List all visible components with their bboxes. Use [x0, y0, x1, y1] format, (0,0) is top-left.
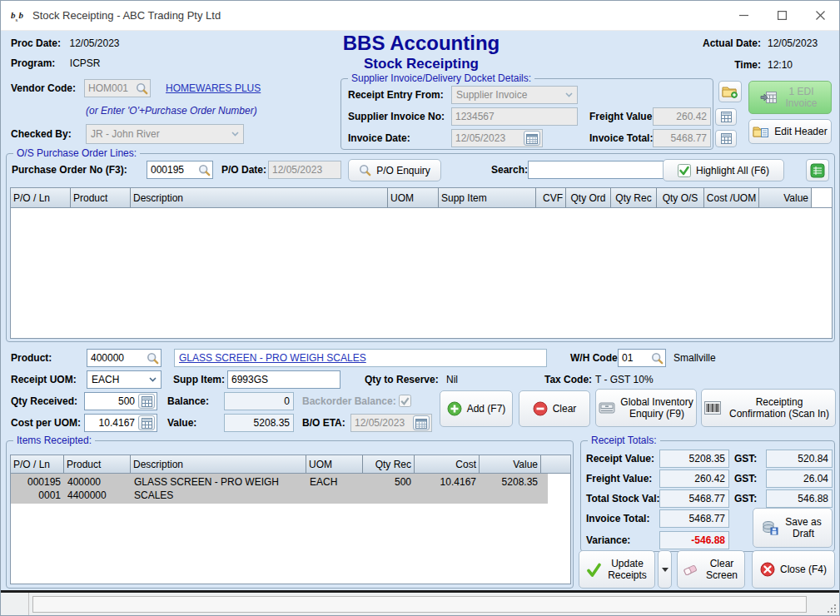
supp-item-input[interactable]: [227, 370, 340, 389]
receipt-entry-from-select[interactable]: Supplier Invoice: [451, 86, 578, 104]
bo-eta-input[interactable]: [351, 415, 413, 431]
cost-per-uom-field[interactable]: [84, 414, 157, 432]
po-lines-table[interactable]: P/O / Ln Product Description UOM Supp It…: [10, 187, 833, 339]
invoice-total-sum-label: Invoice Total:: [586, 509, 649, 528]
proc-date-row: Proc Date: 12/05/2023: [11, 34, 120, 52]
time-value: 12:10: [768, 56, 828, 74]
bo-eta-field[interactable]: [350, 414, 432, 432]
edit-header-button[interactable]: Edit Header: [748, 119, 832, 144]
vendor-code-input[interactable]: [85, 80, 136, 97]
update-receipts-dropdown-button[interactable]: [658, 550, 672, 589]
supplier-invoice-no-label: Supplier Invoice No:: [348, 107, 445, 126]
cost-per-uom-label: Cost per UOM:: [11, 414, 81, 432]
column-header: Cost: [415, 455, 480, 473]
po-enquiry-label: P/O Enquiry: [376, 165, 430, 176]
program-label: Program:: [11, 57, 55, 69]
calendar-icon[interactable]: [524, 131, 540, 146]
checked-by-select[interactable]: JR - John River: [86, 124, 244, 144]
column-header: Supp Item: [439, 188, 536, 207]
checked-by-label: Checked By:: [11, 125, 72, 143]
po-date-input[interactable]: [268, 161, 341, 179]
status-bar: [1, 593, 839, 616]
gst2-label: GST:: [734, 469, 757, 488]
variance-label: Variance:: [586, 531, 630, 549]
main-area: Proc Date: 12/05/2023 Program: ICPSR BBS…: [1, 31, 839, 590]
items-receipted-table[interactable]: P/O / Ln Product Description UOM Qty Rec…: [10, 455, 571, 584]
freight-value-input[interactable]: [653, 107, 711, 126]
qty-received-input[interactable]: [85, 393, 138, 410]
invoice-date-field[interactable]: [451, 129, 543, 147]
column-header: Product: [64, 455, 131, 473]
receipting-confirmation-button[interactable]: Receipting Confirmation (Scan In): [701, 389, 836, 427]
clear-button[interactable]: Clear: [519, 390, 590, 427]
vendor-hint: (or Enter 'O'+Purchase Order Number): [86, 102, 257, 119]
qty-received-field[interactable]: [84, 392, 157, 410]
po-number-input[interactable]: [147, 161, 198, 178]
highlight-all-button[interactable]: Highlight All (F6): [663, 159, 784, 181]
folder-add-icon: [722, 85, 738, 98]
resize-grip[interactable]: [827, 604, 837, 614]
product-code-field[interactable]: [87, 349, 162, 367]
po-lines-table-header: P/O / Ln Product Description UOM Supp It…: [11, 188, 832, 208]
vendor-name-link[interactable]: HOMEWARES PLUS: [166, 79, 261, 97]
product-description-link[interactable]: GLASS SCREEN - PRO WEIGH SCALES: [179, 349, 366, 367]
clear-screen-button[interactable]: Clear Screen: [677, 550, 745, 589]
supplier-invoice-no-input[interactable]: [451, 107, 578, 126]
close-button[interactable]: Close (F4): [752, 550, 835, 589]
backorder-balance-checkbox[interactable]: [399, 395, 411, 407]
column-header-filler: [812, 188, 832, 207]
wh-search-icon[interactable]: [651, 352, 664, 365]
po-search-icon[interactable]: [198, 164, 211, 176]
invoice-date-input[interactable]: [452, 130, 524, 147]
calculator-icon[interactable]: [138, 394, 155, 409]
clear-minus-icon: [533, 401, 548, 416]
wh-code-field[interactable]: [618, 349, 666, 367]
checked-checkbox-icon: [678, 164, 691, 177]
supplier-invoice-group: Supplier Invoice/Delivery Docket Details…: [340, 78, 713, 150]
wh-code-input[interactable]: [619, 350, 651, 366]
po-number-field[interactable]: [147, 161, 213, 179]
invoice-total-label: Invoice Total:: [589, 129, 653, 147]
close-circle-icon: [760, 562, 775, 577]
balance-label: Balance:: [167, 392, 209, 410]
global-inventory-label: Global Inventory Enquiry (F9): [620, 396, 693, 420]
close-window-button[interactable]: [801, 1, 839, 30]
calendar-icon[interactable]: [413, 415, 430, 430]
search-input[interactable]: [528, 161, 683, 179]
column-header: Value: [480, 455, 541, 473]
column-header: Description: [131, 455, 306, 473]
new-docket-button[interactable]: [718, 81, 742, 102]
product-description-box[interactable]: GLASS SCREEN - PRO WEIGH SCALES: [174, 349, 547, 367]
cell-description: GLASS SCREEN - PRO WEIGH SCALES: [131, 474, 306, 504]
product-code-input[interactable]: [87, 350, 147, 366]
export-excel-button[interactable]: [806, 159, 829, 181]
titlebar[interactable]: bsb Stock Receipting - ABC Trading Pty L…: [1, 1, 839, 31]
invoice-total-calculator-button[interactable]: [715, 130, 737, 147]
global-inventory-button[interactable]: Global Inventory Enquiry (F9): [595, 389, 697, 427]
po-enquiry-button[interactable]: P/O Enquiry: [348, 159, 441, 181]
receipt-uom-select[interactable]: EACH: [87, 370, 162, 389]
invoice-total-input[interactable]: [653, 129, 711, 147]
maximize-button[interactable]: [763, 1, 801, 30]
cell-qty-rec: 500: [363, 474, 415, 504]
update-receipts-button[interactable]: Update Receipts: [579, 550, 655, 589]
clear-screen-label: Clear Screen: [703, 558, 740, 581]
search-label: Search:: [491, 161, 528, 179]
edi-invoice-button[interactable]: 1 EDI Invoice: [748, 81, 832, 114]
add-button[interactable]: Add (F7): [440, 390, 513, 427]
column-header: P/O / Ln: [11, 188, 71, 207]
product-search-icon[interactable]: [147, 352, 159, 365]
save-as-draft-button[interactable]: Save as Draft: [753, 508, 833, 548]
column-header: CVF: [536, 188, 566, 207]
freight-calculator-button[interactable]: [715, 108, 737, 126]
gst2-input: [766, 469, 833, 488]
cost-per-uom-input[interactable]: [85, 415, 138, 431]
vendor-search-icon[interactable]: [136, 82, 148, 95]
items-receipted-group: Items Receipted: P/O / Ln Product Descri…: [6, 440, 574, 589]
vendor-code-field[interactable]: [84, 79, 151, 97]
items-table-row-selected[interactable]: 0001950001 4000004400000 GLASS SCREEN - …: [11, 474, 548, 504]
vendor-code-label: Vendor Code:: [11, 79, 76, 97]
tax-code-value: T - GST 10%: [595, 370, 654, 389]
calculator-icon[interactable]: [138, 415, 155, 430]
minimize-button[interactable]: [724, 1, 763, 30]
